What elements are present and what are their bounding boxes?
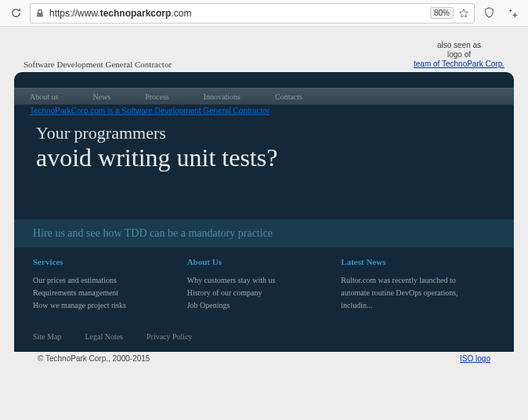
star-icon[interactable]	[458, 8, 469, 19]
zoom-badge[interactable]: 80%	[430, 7, 454, 19]
about-link[interactable]: Job Openings	[187, 299, 326, 312]
about-title: About Us	[187, 257, 326, 266]
services-title: Services	[33, 257, 172, 266]
subtitle-link[interactable]: TechnoParkCorp.com is a Software Develop…	[14, 105, 273, 115]
services-link[interactable]: Our prices and estimations	[33, 274, 172, 287]
nav-contacts[interactable]: Contacts	[275, 92, 302, 101]
shield-button[interactable]	[479, 4, 498, 23]
columns: Services Our prices and estimations Requ…	[14, 248, 514, 324]
page-content: Software Development General Contractor …	[0, 27, 528, 420]
col-services: Services Our prices and estimations Requ…	[33, 257, 187, 312]
shield-icon	[483, 7, 495, 19]
about-link[interactable]: Why customers stay with us	[187, 274, 326, 287]
col-news: Latest News Rultor.com was recently laun…	[341, 257, 495, 312]
reload-button[interactable]	[6, 4, 25, 23]
page-header: Software Development General Contractor …	[14, 41, 514, 72]
services-link[interactable]: Requirements management	[33, 287, 172, 299]
services-link[interactable]: How we manage project risks	[33, 299, 172, 312]
nav-news[interactable]: News	[92, 92, 110, 101]
iso-link[interactable]: ISO logo	[460, 354, 490, 363]
hero: Your programmers avoid writing unit test…	[14, 115, 514, 219]
nav-process[interactable]: Process	[145, 92, 169, 101]
sparkle-icon	[507, 7, 519, 19]
footer-legal[interactable]: Legal Notes	[85, 332, 123, 341]
browser-toolbar: https://www.technoparkcorp.com 80%	[0, 0, 528, 27]
logo-text: also seen as logo of team of TechnoPark …	[414, 41, 504, 69]
footer-sitemap[interactable]: Site Map	[33, 332, 61, 341]
hero-line2: avoid writing unit tests?	[36, 143, 492, 172]
footer-privacy[interactable]: Privacy Policy	[146, 332, 193, 341]
sparkle-button[interactable]	[503, 4, 522, 23]
logo-link[interactable]: team of TechnoPark Corp.	[414, 60, 504, 68]
footer-nav: Site Map Legal Notes Privacy Policy	[14, 324, 514, 352]
nav-bar: About us News Process Innovations Contac…	[14, 88, 514, 105]
tagline: Software Development General Contractor	[24, 60, 172, 69]
col-about: About Us Why customers stay with us Hist…	[187, 257, 342, 312]
url-text: https://www.technoparkcorp.com	[49, 8, 425, 19]
news-title: Latest News	[341, 257, 479, 266]
news-text: Rultor.com was recently launched to auto…	[341, 274, 479, 312]
cta-bar: Hire us and see how TDD can be a mandato…	[14, 219, 514, 248]
nav-innovations[interactable]: Innovations	[204, 92, 240, 101]
main-box: About us News Process Innovations Contac…	[14, 72, 514, 352]
cta-text: Hire us and see how TDD can be a mandato…	[33, 227, 495, 240]
copyright: © TechnoPark Corp., 2000-2015	[38, 354, 150, 363]
reload-icon	[10, 7, 22, 19]
about-link[interactable]: History of our company	[187, 287, 326, 299]
bottom-strip: © TechnoPark Corp., 2000-2015 ISO logo	[14, 352, 514, 363]
lock-icon	[35, 9, 45, 18]
hero-line1: Your programmers	[36, 123, 492, 143]
url-bar[interactable]: https://www.technoparkcorp.com 80%	[30, 3, 475, 24]
nav-about[interactable]: About us	[30, 92, 58, 101]
